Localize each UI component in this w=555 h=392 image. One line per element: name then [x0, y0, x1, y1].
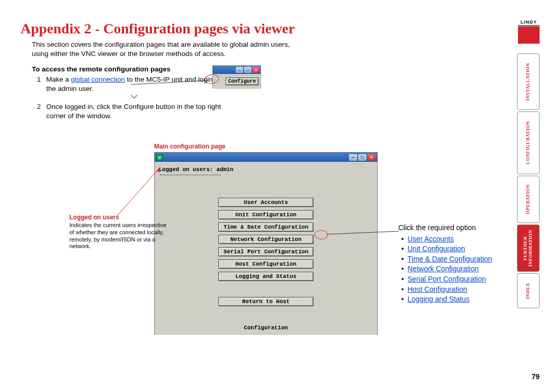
config-button-network-configuration[interactable]: Network Configuration	[218, 235, 313, 244]
config-button-user-accounts[interactable]: User Accounts	[218, 198, 313, 207]
option-link-network-configuration[interactable]: Network Configuration	[408, 265, 479, 273]
config-button-time-date-configuration[interactable]: Time & Date Configuration	[218, 222, 313, 232]
main-config-label: Main configuration page	[154, 143, 226, 150]
side-tab-operation[interactable]: OPERATION	[517, 176, 540, 223]
list-item: Unit Configuration	[398, 244, 492, 254]
side-tab-further-information[interactable]: FURTHER INFORMATION	[517, 225, 540, 272]
option-link-serial-port-configuration[interactable]: Serial Port Configuration	[408, 275, 486, 283]
option-link-unit-configuration[interactable]: Unit Configuration	[408, 245, 465, 253]
mini-titlebar: – □ ×	[213, 66, 261, 74]
close-icon[interactable]: ×	[252, 67, 260, 73]
list-item: Time & Date Configuration	[398, 254, 492, 265]
side-tab-configuration[interactable]: CONFIGURATION	[517, 111, 540, 174]
dotted-underline	[160, 175, 220, 175]
main-config-window: V – □ × Logged on users: admin User Acco…	[154, 152, 378, 334]
logged-on-users-label: Logged on users	[69, 214, 119, 221]
side-tab-installation[interactable]: INSTALLATION	[517, 53, 540, 110]
list-item: Logging and Status	[398, 294, 492, 305]
step-2-body: Once logged in, click the Configure butt…	[46, 102, 222, 120]
global-connection-link[interactable]: global connection	[71, 76, 125, 83]
minimize-icon[interactable]: –	[236, 67, 243, 73]
option-link-host-configuration[interactable]: Host Configuration	[408, 285, 467, 293]
side-tabs: INSTALLATIONCONFIGURATIONOPERATIONFURTHE…	[517, 53, 540, 310]
option-link-user-accounts[interactable]: User Accounts	[408, 235, 454, 243]
right-lead-text: Click the required option	[398, 223, 492, 233]
logged-on-users-line: Logged on users: admin	[159, 166, 233, 173]
step-number: 1	[37, 75, 46, 99]
option-link-logging-and-status[interactable]: Logging and Status	[408, 295, 470, 303]
side-tab-index[interactable]: INDEX	[517, 273, 540, 308]
maximize-icon[interactable]: □	[358, 154, 366, 161]
config-button-host-configuration[interactable]: Host Configuration	[218, 259, 313, 269]
chevron-down-icon	[130, 94, 138, 99]
list-item: User Accounts	[398, 234, 492, 245]
vnc-icon: V	[156, 154, 163, 161]
section-subheading: To access the remote configuration pages	[32, 65, 524, 73]
configuration-footer-text: Configuration	[155, 325, 377, 331]
config-button-unit-configuration[interactable]: Unit Configuration	[218, 210, 313, 219]
maximize-icon[interactable]: □	[244, 67, 251, 73]
page-number: 79	[531, 372, 540, 381]
page-title: Appendix 2 - Configuration pages via vie…	[21, 21, 524, 37]
minimize-icon[interactable]: –	[349, 154, 357, 161]
return-to-host-button[interactable]: Return to Host	[218, 297, 313, 306]
configure-button[interactable]: Configure	[226, 78, 258, 85]
close-icon[interactable]: ×	[367, 154, 376, 161]
list-item: Serial Port Configuration	[398, 274, 492, 285]
step-1-body: Make a global connection to the MC5-IP u…	[46, 75, 222, 99]
callout-ring	[314, 230, 328, 239]
intro-paragraph: This section covers the configuration pa…	[32, 40, 299, 58]
option-link-time-date-configuration[interactable]: Time & Date Configuration	[408, 255, 492, 263]
main-titlebar: V – □ ×	[155, 153, 377, 162]
lindy-logo: LINDY	[518, 20, 540, 44]
config-button-logging-and-status[interactable]: Logging and Status	[218, 272, 313, 281]
right-option-list: Click the required option User AccountsU…	[398, 223, 492, 305]
config-button-serial-port-configuration[interactable]: Serial Port Configuration	[218, 247, 313, 256]
list-item: Network Configuration	[398, 264, 492, 274]
step-number: 2	[37, 102, 46, 120]
steps-list: 1 Make a global connection to the MC5-IP…	[37, 75, 222, 120]
mini-window: – □ × Configure	[212, 65, 261, 88]
list-item: Host Configuration	[398, 285, 492, 295]
logged-on-users-description: Indicates the current users irrespective…	[69, 222, 167, 250]
